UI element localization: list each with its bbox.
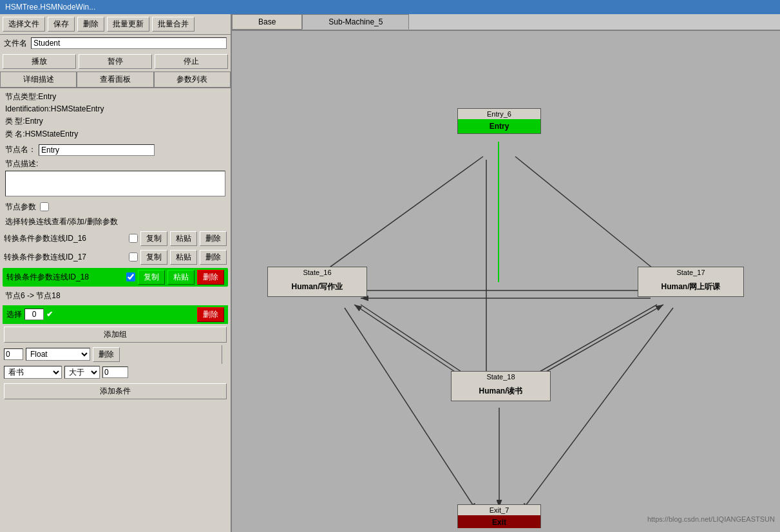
playback-toolbar: 播放 暂停 停止 <box>0 52 231 71</box>
condition-field-row: 看书 大于 <box>0 364 231 381</box>
node-param-checkbox[interactable] <box>40 202 49 211</box>
pause-button[interactable]: 暂停 <box>79 54 152 69</box>
left-panel: 选择文件 保存 删除 批量更新 批量合并 文件名 播放 暂停 停止 详细描述 查… <box>0 14 232 532</box>
condition-num-input[interactable] <box>4 348 23 360</box>
select-label: 选择 <box>6 309 22 320</box>
node-desc-label: 节点描述: <box>5 158 225 169</box>
delete-button-17[interactable]: 删除 <box>200 250 227 265</box>
state17-title: State_17 <box>638 267 743 278</box>
state17-node[interactable]: State_17 Human/网上听课 <box>638 267 744 297</box>
main-toolbar: 选择文件 保存 删除 批量更新 批量合并 <box>0 14 231 35</box>
svg-line-8 <box>522 305 657 382</box>
batch-merge-button[interactable]: 批量合并 <box>152 17 195 32</box>
connection-row-17: 转换条件参数连线ID_17 复制 粘贴 删除 <box>0 248 231 267</box>
connection-checkbox-16[interactable] <box>129 234 138 243</box>
condition-operator-select[interactable]: 大于 <box>64 366 100 379</box>
node-class-name-text: 类 名:HSMStateEntry <box>5 128 225 140</box>
connection-section-label: 选择转换连线查看/添加/删除参数 <box>0 214 231 229</box>
node-relation-text: 节点6 -> 节点18 <box>0 288 231 304</box>
canvas-tab-base[interactable]: Base <box>232 14 302 30</box>
paste-button-18[interactable]: 粘贴 <box>167 270 195 285</box>
state18-title: State_18 <box>452 372 550 382</box>
batch-update-button[interactable]: 批量更新 <box>107 17 149 32</box>
add-group-button[interactable]: 添加组 <box>4 327 227 343</box>
tab-row: 详细描述 查看面板 参数列表 <box>0 71 231 88</box>
node-type-text: 节点类型:Entry <box>5 91 225 103</box>
canvas-tab-submachine[interactable]: Sub-Machine_5 <box>302 14 409 30</box>
node-info-section: 节点类型:Entry Identification:HSMStateEntry … <box>0 88 231 143</box>
save-button[interactable]: 保存 <box>48 17 75 32</box>
stop-button[interactable]: 停止 <box>155 54 228 69</box>
svg-line-7 <box>354 305 470 382</box>
canvas-area: Entry_6 Entry State_16 Human/写作业 State_1… <box>232 31 780 528</box>
delete-row-button[interactable]: 删除 <box>197 307 224 322</box>
exit-node-title: Exit_7 <box>458 505 540 515</box>
condition-field-select[interactable]: 看书 <box>4 366 62 379</box>
condition-value-input[interactable] <box>102 366 128 378</box>
node-param-label: 节点参数 <box>5 202 36 213</box>
condition-delete-button[interactable]: 删除 <box>93 347 120 362</box>
title-bar: HSMTree.HSMNodeWin... <box>0 0 780 14</box>
connection-checkbox-17[interactable] <box>129 252 138 261</box>
canvas-tab-header: Base Sub-Machine_5 <box>232 14 780 31</box>
check-icon: ✔ <box>46 310 53 319</box>
entry-node-title: Entry_6 <box>458 109 540 119</box>
copy-button-18[interactable]: 复制 <box>138 270 165 285</box>
select-num-input[interactable] <box>24 309 44 320</box>
title-text: HSMTree.HSMNodeWin... <box>5 3 95 12</box>
svg-line-6 <box>361 305 477 382</box>
delete-button-16[interactable]: 删除 <box>200 231 227 246</box>
state16-node[interactable]: State_16 Human/写作业 <box>267 267 367 297</box>
node-identification-text: Identification:HSMStateEntry <box>5 103 225 115</box>
delete-button-18[interactable]: 删除 <box>197 270 224 285</box>
file-name-label: 文件名 <box>4 38 27 49</box>
condition-type-select[interactable]: Float <box>26 348 90 361</box>
condition-section: Float 删除 <box>0 345 231 364</box>
left-scrollbar-area <box>222 345 231 364</box>
state18-node[interactable]: State_18 Human/读书 <box>451 371 551 401</box>
svg-line-3 <box>515 157 670 282</box>
add-condition-button[interactable]: 添加条件 <box>4 383 227 399</box>
connection-label-16: 转换条件参数连线ID_16 <box>4 233 126 244</box>
node-name-row: 节点名： <box>0 143 231 157</box>
node-class-type-text: 类 型:Entry <box>5 115 225 128</box>
copy-button-16[interactable]: 复制 <box>140 231 167 246</box>
state16-body: Human/写作业 <box>268 278 366 296</box>
node-name-label: 节点名： <box>5 144 36 155</box>
select-file-button[interactable]: 选择文件 <box>3 17 45 32</box>
paste-button-16[interactable]: 粘贴 <box>170 231 197 246</box>
entry-node[interactable]: Entry_6 Entry <box>457 108 541 134</box>
node-param-row: 节点参数 <box>0 200 231 214</box>
copy-button-17[interactable]: 复制 <box>140 250 167 265</box>
watermark: https://blog.csdn.net/LIQIANGEASTSUN <box>647 515 775 523</box>
node-desc-input[interactable] <box>5 171 225 196</box>
right-panel: Base Sub-Machine_5 <box>232 14 780 532</box>
node-desc-section: 节点描述: <box>0 157 231 200</box>
svg-line-9 <box>528 305 663 382</box>
file-name-row: 文件名 <box>0 35 231 52</box>
svg-line-2 <box>309 157 483 282</box>
entry-node-body: Entry <box>458 119 540 133</box>
connection-row-18: 转换条件参数连线ID_18 复制 粘贴 删除 <box>3 268 228 287</box>
connection-label-18: 转换条件参数连线ID_18 <box>6 272 124 283</box>
tab-dashboard[interactable]: 查看面板 <box>77 71 153 88</box>
play-button[interactable]: 播放 <box>3 54 76 69</box>
node-name-input[interactable] <box>39 144 155 156</box>
state18-body: Human/读书 <box>452 382 550 401</box>
exit-node-body: Exit <box>458 515 540 528</box>
select-row: 选择 ✔ 删除 <box>3 305 228 324</box>
delete-button[interactable]: 删除 <box>77 17 104 32</box>
state17-body: Human/网上听课 <box>638 278 743 296</box>
connection-checkbox-18[interactable] <box>126 272 135 281</box>
connection-label-17: 转换条件参数连线ID_17 <box>4 252 126 263</box>
exit-node[interactable]: Exit_7 Exit <box>457 504 541 528</box>
state16-title: State_16 <box>268 267 366 278</box>
paste-button-17[interactable]: 粘贴 <box>170 250 197 265</box>
tab-detail[interactable]: 详细描述 <box>0 71 77 88</box>
connection-row-16: 转换条件参数连线ID_16 复制 粘贴 删除 <box>0 229 231 248</box>
tab-param-list[interactable]: 参数列表 <box>154 71 231 88</box>
file-name-input[interactable] <box>31 37 227 49</box>
